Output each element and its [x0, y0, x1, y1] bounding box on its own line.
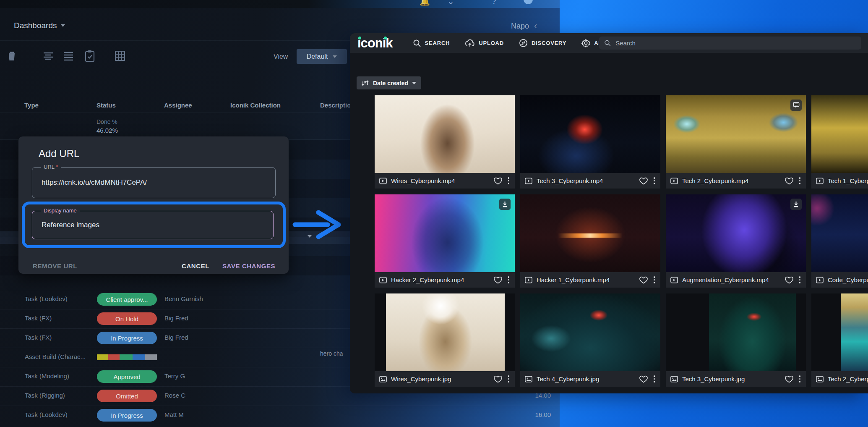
dashboards-dropdown[interactable]: Dashboards: [14, 21, 65, 30]
more-menu-icon[interactable]: [654, 276, 655, 283]
more-menu-icon[interactable]: [508, 177, 510, 184]
asset-thumbnail[interactable]: [811, 194, 868, 272]
status-badge[interactable]: On Hold: [97, 312, 157, 325]
download-badge-icon[interactable]: [499, 199, 511, 210]
more-menu-icon[interactable]: [654, 375, 655, 382]
list-center-icon[interactable]: [43, 51, 54, 61]
task-type: Asset Build (Charac...: [25, 353, 86, 360]
asset-tile[interactable]: Wires_Cyberpunk.jpg: [375, 293, 515, 387]
url-field-value[interactable]: https://icnk.io/u/cMdMNtH7CePA/: [42, 168, 147, 198]
sort-icon: [362, 80, 369, 86]
asset-thumbnail[interactable]: [811, 293, 868, 371]
clipboard-check-icon[interactable]: [85, 50, 95, 62]
iconik-search-box[interactable]: [599, 37, 861, 50]
more-menu-icon[interactable]: [508, 276, 510, 283]
nav-discovery[interactable]: DISCOVERY: [519, 39, 566, 47]
more-menu-icon[interactable]: [799, 177, 801, 184]
grid-view-icon[interactable]: [115, 50, 125, 61]
favorite-icon[interactable]: [639, 276, 648, 284]
asset-thumbnail[interactable]: [520, 95, 660, 173]
more-menu-icon[interactable]: [799, 375, 801, 382]
search-icon: [413, 39, 421, 47]
url-field[interactable]: URL * https://icnk.io/u/cMdMNtH7CePA/: [32, 167, 276, 198]
asset-thumbnail[interactable]: [375, 95, 515, 173]
iconik-nav-bar: iconik SEARCH UPLOAD DISCOVERY: [350, 33, 868, 53]
asset-tile[interactable]: Tech 3_Cyberpunk.mp4: [520, 95, 660, 189]
favorite-icon[interactable]: [785, 177, 793, 185]
task-type: Task (FX): [25, 314, 52, 322]
nav-search[interactable]: SEARCH: [413, 39, 450, 47]
col-assignee[interactable]: Assignee: [164, 102, 192, 109]
display-name-field[interactable]: Display name Reference images: [32, 211, 274, 239]
asset-tile[interactable]: Code_Cyberpu: [811, 194, 868, 288]
col-iconik-collection[interactable]: Iconik Collection: [230, 102, 281, 109]
more-menu-icon[interactable]: [654, 177, 655, 184]
task-type: Task (Lookdev): [25, 295, 68, 302]
asset-tile[interactable]: Hacker 2_Cyberpunk.mp4: [375, 194, 515, 288]
download-badge-icon[interactable]: [790, 199, 802, 210]
favorite-icon[interactable]: [639, 177, 648, 185]
task-type: Task (Lookdev): [25, 411, 68, 418]
asset-tile[interactable]: Tech 1_Cyberp: [811, 95, 868, 189]
avatar[interactable]: [524, 0, 533, 4]
asset-tile[interactable]: Augmentation_Cyberpunk.mp4: [666, 194, 806, 288]
delete-icon[interactable]: [7, 50, 17, 62]
asset-tile[interactable]: Tech 4_Cyberpunk.jpg: [520, 293, 660, 387]
display-name-value[interactable]: Reference images: [42, 211, 99, 239]
comment-badge-icon[interactable]: [790, 100, 802, 111]
sort-dropdown[interactable]: Date created: [357, 76, 421, 89]
chevron-down-icon: [61, 24, 65, 27]
col-status[interactable]: Status: [96, 102, 116, 109]
view-select[interactable]: Default: [297, 49, 347, 64]
favorite-icon[interactable]: [494, 375, 502, 383]
asset-filename: Code_Cyberpu: [828, 276, 868, 283]
help-icon[interactable]: ?: [492, 0, 496, 6]
more-menu-icon[interactable]: [508, 375, 510, 382]
asset-thumbnail[interactable]: [520, 293, 660, 371]
favorite-icon[interactable]: [494, 276, 502, 284]
remove-url-button[interactable]: REMOVE URL: [33, 262, 77, 270]
asset-tile[interactable]: Tech 3_Cyberpunk.jpg: [666, 293, 806, 387]
search-input[interactable]: [615, 39, 856, 47]
project-label: Napo: [511, 22, 529, 31]
asset-tile[interactable]: Hacker 1_Cyberpunk.mp4: [520, 194, 660, 288]
dashboards-label: Dashboards: [14, 21, 57, 30]
asset-tile[interactable]: Tech 2_Cyberpunk.mp4: [666, 95, 806, 189]
asset-thumbnail[interactable]: [666, 95, 806, 173]
status-badge[interactable]: In Progress: [97, 409, 157, 422]
add-url-modal: Add URL URL * https://icnk.io/u/cMdMNtH7…: [18, 136, 289, 274]
asset-thumbnail[interactable]: [375, 293, 515, 371]
status-badge[interactable]: Client approv...: [97, 293, 157, 306]
col-type[interactable]: Type: [24, 102, 39, 109]
asset-tile[interactable]: Wires_Cyberpunk.mp4: [375, 95, 515, 189]
project-name[interactable]: Napo ‹: [511, 21, 537, 31]
asset-tile[interactable]: Tech 2_Cyberp: [811, 293, 868, 387]
discovery-icon: [519, 39, 528, 47]
save-changes-button[interactable]: SAVE CHANGES: [222, 262, 275, 270]
iconik-logo[interactable]: iconik: [357, 37, 393, 50]
video-icon: [816, 277, 824, 283]
chevron-down-icon[interactable]: ⌄: [447, 0, 454, 6]
bell-icon[interactable]: 🔔: [420, 0, 430, 6]
more-menu-icon[interactable]: [799, 276, 801, 283]
asset-thumbnail[interactable]: [375, 194, 515, 272]
status-badge[interactable]: Omitted: [97, 390, 157, 402]
favorite-icon[interactable]: [785, 375, 793, 383]
asset-filename: Augmentation_Cyberpunk.mp4: [682, 276, 781, 283]
cancel-button[interactable]: CANCEL: [182, 262, 209, 270]
asset-filename: Wires_Cyberpunk.jpg: [391, 375, 490, 382]
desktop: 🔔 ⌄ ? Napo ‹ Dashboards: [0, 0, 868, 427]
favorite-icon[interactable]: [494, 177, 502, 185]
asset-thumbnail[interactable]: [520, 194, 660, 272]
status-badge[interactable]: In Progress: [97, 332, 157, 344]
asset-thumbnail[interactable]: [666, 194, 806, 272]
asset-thumbnail[interactable]: [666, 293, 806, 371]
list-icon[interactable]: [63, 51, 74, 61]
asset-thumbnail[interactable]: [811, 95, 868, 173]
table-row[interactable]: Task (Lookdev) In Progress Matt M 16.00: [0, 406, 560, 425]
favorite-icon[interactable]: [785, 276, 793, 284]
nav-upload[interactable]: UPLOAD: [465, 39, 504, 47]
nav-search-label: SEARCH: [425, 40, 450, 46]
favorite-icon[interactable]: [639, 375, 648, 383]
status-badge[interactable]: Approved: [97, 370, 157, 383]
